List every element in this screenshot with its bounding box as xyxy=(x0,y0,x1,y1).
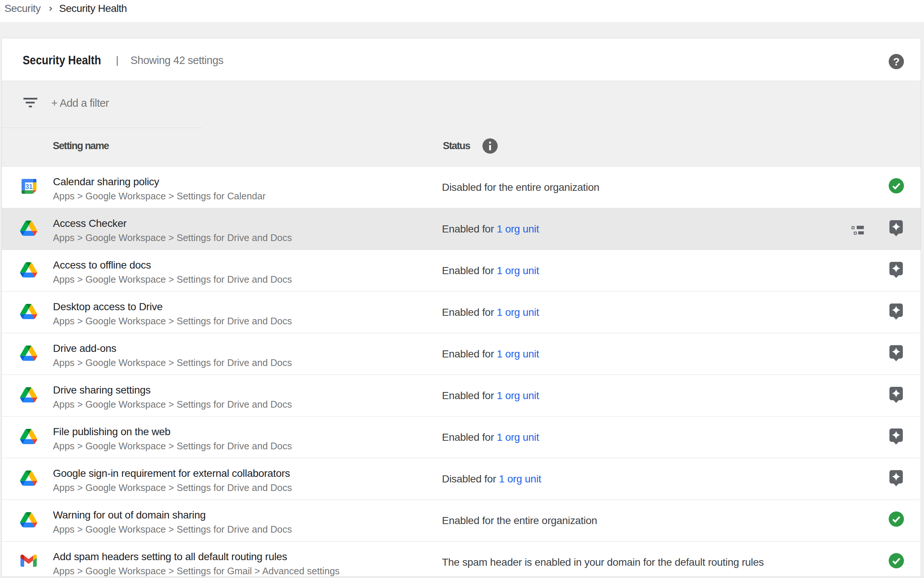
svg-text:?: ? xyxy=(893,56,900,68)
svg-text:31: 31 xyxy=(25,183,33,190)
